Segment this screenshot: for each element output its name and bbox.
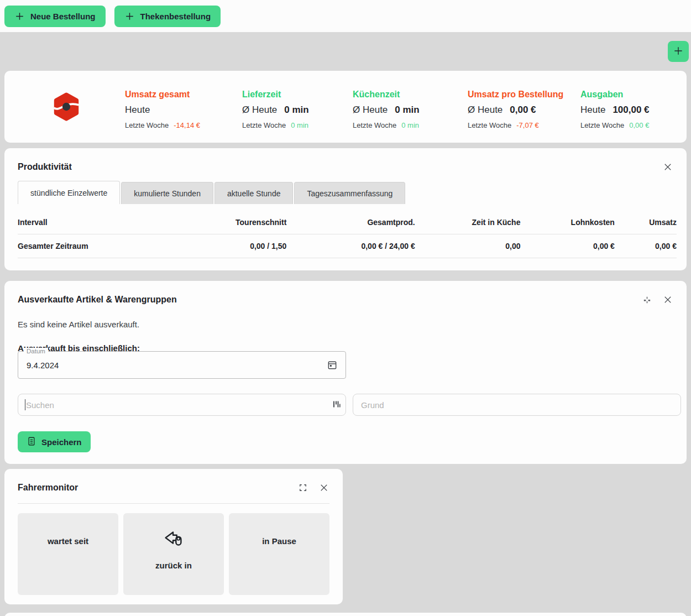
plus-icon [673, 45, 684, 58]
stat-title: Ausgaben [580, 90, 650, 100]
stat-today-value: 100,00 € [613, 105, 649, 115]
scooter-return-icon [161, 525, 186, 553]
stat-ausgaben: Ausgaben Heute100,00 € Letzte Woche0,00 … [580, 90, 650, 129]
stat-title: Umsatz pro Bestellung [468, 90, 563, 100]
tab-kumulierte-stunden[interactable]: kumulierte Stunden [121, 182, 213, 204]
driver-box-label: wartet seit [48, 536, 88, 546]
stat-title: Küchenzeit [353, 90, 420, 100]
driver-box-label: in Pause [262, 536, 296, 546]
driver-box-waiting[interactable]: wartet seit [18, 513, 118, 595]
stat-week-label: Letzte Woche [468, 121, 511, 129]
driver-status-boxes: wartet seit zurück in in Pause [18, 513, 329, 595]
barcode-icon[interactable] [332, 400, 341, 411]
driver-box-returning[interactable]: zurück in [123, 513, 224, 595]
panel-title: Fahrermonitor [18, 483, 287, 493]
stat-week-value: -14,14 € [174, 121, 200, 129]
add-widget-button[interactable] [668, 41, 689, 62]
document-icon [27, 436, 36, 448]
stat-umsatz-gesamt: Umsatz gesamt Heute Letzte Woche-14,14 € [125, 90, 200, 129]
close-icon[interactable] [662, 161, 673, 173]
table-header-row: Intervall Tourenschnitt Gesamtprod. Zeit… [18, 211, 677, 234]
stat-today-label: Heute [580, 105, 605, 115]
panel-title: Ausverkaufte Artikel & Warengruppen [18, 295, 631, 305]
text-caret [25, 399, 25, 410]
reason-input[interactable] [353, 394, 681, 416]
topbar: Neue Bestellung Thekenbestellung [0, 0, 691, 32]
date-field[interactable]: Datum [18, 351, 346, 379]
counter-order-label: Thekenbestellung [140, 12, 211, 21]
col-header-umsatz: Umsatz [615, 211, 677, 234]
cell-interval: Gesamter Zeitraum [18, 234, 172, 258]
stat-today-value: 0 min [395, 105, 419, 115]
close-icon[interactable] [318, 482, 329, 493]
stat-today-label: Ø Heute [353, 105, 388, 115]
col-header-lohnkosten: Lohnkosten [520, 211, 614, 234]
stat-week-value: 0 min [291, 121, 308, 129]
stat-kuechenzeit: Küchenzeit Ø Heute0 min Letzte Woche0 mi… [353, 90, 420, 129]
stat-week-value: -7,07 € [516, 121, 538, 129]
stat-week-label: Letzte Woche [242, 121, 286, 129]
counter-order-button[interactable]: Thekenbestellung [114, 6, 221, 27]
stat-today-value: 0 min [284, 105, 308, 115]
productivity-table: Intervall Tourenschnitt Gesamtprod. Zeit… [18, 211, 677, 258]
reason-field [353, 394, 681, 416]
soldout-panel: Ausverkaufte Artikel & Warengruppen Es s… [4, 281, 687, 464]
expand-icon[interactable] [297, 482, 308, 493]
divider [18, 503, 329, 504]
stat-lieferzeit: Lieferzeit Ø Heute0 min Letzte Woche0 mi… [242, 90, 309, 129]
next-panel-edge [4, 613, 687, 616]
col-header-intervall: Intervall [18, 211, 172, 234]
stat-title: Umsatz gesamt [125, 90, 200, 100]
cell-revenue: 0,00 € [615, 234, 677, 258]
stat-today-label: Heute [125, 105, 150, 115]
col-header-zeit-in-kueche: Zeit in Küche [415, 211, 521, 234]
cell-kitchen-time: 0,00 [415, 234, 521, 258]
soldout-empty-message: Es sind keine Artikel ausverkauft. [18, 320, 673, 329]
brand-logo [52, 92, 81, 121]
calendar-icon[interactable] [319, 359, 346, 370]
stat-week-label: Letzte Woche [580, 121, 624, 129]
date-input[interactable] [18, 361, 319, 370]
tab-tageszusammenfassung[interactable]: Tageszusammenfassung [294, 182, 405, 204]
save-button[interactable]: Speichern [18, 431, 91, 452]
stat-week-label: Letzte Woche [125, 121, 169, 129]
stat-today-label: Ø Heute [242, 105, 277, 115]
driver-box-pause[interactable]: in Pause [229, 513, 329, 595]
date-field-label: Datum [24, 348, 48, 354]
stats-card: Umsatz gesamt Heute Letzte Woche-14,14 €… [4, 71, 687, 143]
close-icon[interactable] [662, 294, 673, 305]
plus-icon [14, 11, 25, 22]
cell-labor-cost: 0,00 € [520, 234, 614, 258]
new-order-button[interactable]: Neue Bestellung [4, 6, 106, 27]
productivity-tabs: stündliche Einzelwerte kumulierte Stunde… [18, 181, 673, 204]
save-label: Speichern [41, 437, 82, 447]
search-input[interactable] [18, 394, 346, 416]
compress-icon[interactable] [641, 294, 652, 305]
stat-week-value: 0,00 € [629, 121, 649, 129]
new-order-label: Neue Bestellung [30, 12, 96, 21]
panel-title: Produktivität [18, 162, 652, 172]
col-header-gesamtprod: Gesamtprod. [286, 211, 415, 234]
search-field [18, 394, 346, 416]
cell-total-prod: 0,00 € / 24,00 € [286, 234, 415, 258]
driver-box-label: zurück in [155, 561, 192, 570]
plus-icon [124, 11, 135, 22]
stat-title: Lieferzeit [242, 90, 309, 100]
productivity-panel: Produktivität stündliche Einzelwerte kum… [4, 148, 687, 270]
tab-stuendliche-einzelwerte[interactable]: stündliche Einzelwerte [18, 181, 120, 204]
col-header-tourenschnitt: Tourenschnitt [172, 211, 286, 234]
cell-tour-avg: 0,00 / 1,50 [172, 234, 286, 258]
stat-today-label: Ø Heute [468, 105, 502, 115]
stat-week-value: 0 min [401, 121, 419, 129]
stat-today-value: 0,00 € [510, 105, 536, 115]
table-row: Gesamter Zeitraum 0,00 / 1,50 0,00 € / 2… [18, 234, 677, 258]
stat-umsatz-pro-bestellung: Umsatz pro Bestellung Ø Heute0,00 € Letz… [468, 90, 563, 129]
tab-aktuelle-stunde[interactable]: aktuelle Stunde [214, 182, 294, 204]
driver-monitor-panel: Fahrermonitor wartet seit zurück in in P… [4, 469, 343, 604]
stat-week-label: Letzte Woche [353, 121, 396, 129]
